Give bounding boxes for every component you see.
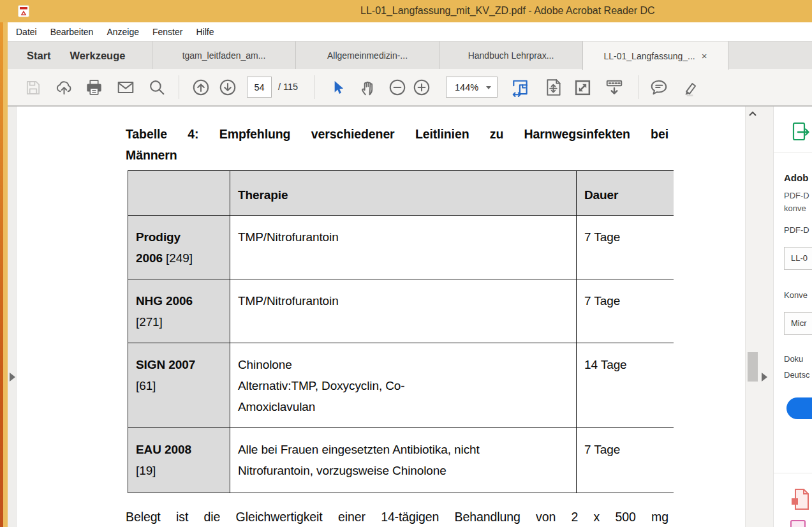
tab-start[interactable]: Start (27, 50, 51, 62)
panel-description: PDF-D konve (784, 189, 809, 215)
printer-icon (85, 78, 103, 97)
fit-page-icon (544, 78, 563, 97)
table-cell-therapy: TMP/Nitrofurantoin (230, 279, 577, 343)
format-select-box[interactable]: Micr (784, 312, 812, 335)
source-name: EAU 2008 (136, 443, 191, 456)
document-tab-3[interactable]: Handbuch Lehrprax... (439, 41, 582, 70)
comment-button[interactable] (649, 78, 668, 97)
menu-item-bearbeiten[interactable]: Bearbeiten (50, 27, 94, 37)
table-row-source: SIGN 2007 [61] (128, 343, 230, 428)
fit-width-icon (511, 78, 530, 98)
zoom-in-button[interactable] (412, 78, 431, 97)
highlighter-icon (680, 78, 699, 98)
panel-divider (774, 473, 812, 473)
hand-tool-button[interactable] (358, 78, 378, 97)
save-button[interactable] (23, 78, 42, 97)
source-name: NHG 2006 (136, 294, 193, 308)
page-number-input[interactable] (247, 77, 272, 98)
search-button[interactable] (147, 78, 166, 97)
panel-heading: Adob (784, 172, 808, 183)
convert-to-label: Konve (784, 290, 808, 300)
caption-line-1: Tabelle 4: Empfehlung verschiedener Leit… (126, 124, 668, 145)
table-cell-duration: 14 Tage (577, 343, 674, 428)
table-header-therapie: Therapie (230, 171, 577, 216)
table-cell-duration: 7 Tage (577, 216, 674, 279)
scrollbar-thumb[interactable] (748, 352, 758, 382)
read-mode-button[interactable] (605, 78, 624, 97)
source-name: Prodigy (136, 230, 181, 244)
open-navigation-pane-icon[interactable] (10, 373, 15, 382)
fit-width-button[interactable] (511, 78, 530, 97)
navigation-pane-strip (8, 107, 17, 527)
create-pdf-icon[interactable] (790, 488, 811, 511)
fullscreen-icon (573, 78, 592, 97)
window-border-strip (3, 22, 8, 527)
source-ref: [19] (136, 464, 156, 477)
collapse-tools-pane-icon[interactable] (762, 373, 767, 382)
pdf-table: Therapie Dauer Prodigy 2006 [249] TMP/Ni… (128, 170, 674, 493)
print-button[interactable] (84, 78, 103, 97)
table-row-source: Prodigy 2006 [249] (128, 216, 230, 279)
document-tab-label: tgam_leitfaden_am... (182, 50, 266, 61)
source-ref: [249] (166, 251, 193, 265)
menu-item-fenster[interactable]: Fenster (152, 27, 182, 37)
document-tab-label: Handbuch Lehrprax... (468, 50, 554, 61)
hide-toolbar-icon (605, 78, 624, 98)
fit-page-button[interactable] (544, 78, 563, 97)
previous-page-button[interactable] (191, 78, 210, 97)
select-tool-button[interactable] (328, 78, 347, 97)
cursor-icon (329, 79, 346, 96)
adobe-reader-icon (18, 5, 29, 17)
select-file-label: PDF-D (784, 225, 809, 235)
minus-circle-icon (388, 78, 407, 97)
source-name: SIGN 2007 (136, 358, 195, 371)
document-language-value[interactable]: Deutsc (784, 370, 809, 380)
window-title: LL-01_Langfassung_mit_KV_ZD.pdf - Adobe … (360, 5, 655, 17)
source-year: 2006 (136, 251, 166, 265)
table-header-dauer: Dauer (577, 171, 674, 216)
document-tab-2[interactable]: Allgemeinmedizin-... (295, 41, 439, 70)
document-tab-active[interactable]: LL-01_Langfassung_... × (582, 41, 728, 70)
file-select-box[interactable]: LL-0 (784, 247, 812, 270)
next-page-button[interactable] (218, 78, 237, 97)
document-tab-label: Allgemeinmedizin-... (327, 50, 408, 61)
zoom-out-button[interactable] (388, 78, 407, 97)
fullscreen-button[interactable] (573, 78, 592, 97)
scroll-up-icon[interactable] (748, 110, 757, 117)
zoom-level-value: 144% (455, 82, 478, 93)
arrow-down-circle-icon (218, 78, 237, 97)
caption-line-2: Männern (126, 145, 668, 166)
tab-bar: Start Werkzeuge tgam_leitfaden_am... All… (8, 41, 812, 69)
envelope-icon (116, 78, 135, 97)
table-cell-duration: 7 Tage (577, 428, 674, 493)
document-language-label: Doku (784, 354, 803, 364)
tools-panel: Adob PDF-D konve PDF-D LL-0 Konve Micr D… (773, 107, 812, 527)
menu-bar: Datei Bearbeiten Anzeige Fenster Hilfe (8, 22, 812, 41)
table-cell-duration: 7 Tage (577, 279, 674, 343)
hand-icon (359, 78, 378, 97)
save-icon (24, 79, 41, 96)
menu-item-hilfe[interactable]: Hilfe (196, 27, 214, 37)
zoom-level-dropdown[interactable]: 144% (446, 77, 498, 98)
search-icon (148, 78, 166, 97)
tab-close-icon[interactable]: × (702, 50, 707, 61)
table-cell-therapy: Alle bei Frauen eingesetzten Antibiotika… (230, 428, 577, 493)
cloud-upload-icon (55, 78, 73, 97)
highlight-button[interactable] (680, 78, 699, 97)
table-cell-therapy: TMP/Nitrofurantoin (230, 216, 577, 279)
vertical-scrollbar[interactable] (745, 107, 759, 527)
email-button[interactable] (116, 78, 135, 97)
chevron-down-icon (486, 86, 491, 89)
table-header-empty (128, 171, 230, 216)
tab-werkzeuge[interactable]: Werkzeuge (70, 50, 126, 62)
document-tab-1[interactable]: tgam_leitfaden_am... (152, 41, 295, 70)
menu-item-anzeige[interactable]: Anzeige (107, 27, 139, 37)
combine-files-icon[interactable] (790, 520, 806, 527)
convert-button[interactable] (786, 397, 812, 419)
pdf-paragraph: Belegt ist die Gleichwertigkeit einer 14… (126, 507, 668, 527)
export-pdf-icon[interactable] (792, 122, 811, 142)
pdf-table-caption: Tabelle 4: Empfehlung verschiedener Leit… (126, 124, 668, 166)
menu-item-datei[interactable]: Datei (16, 27, 37, 37)
share-upload-button[interactable] (54, 78, 73, 97)
source-ref: [61] (136, 379, 156, 392)
